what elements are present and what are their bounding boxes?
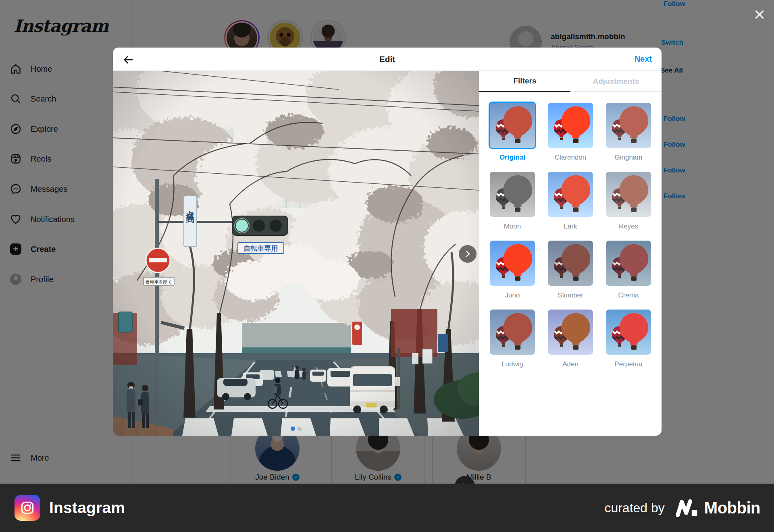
carousel-next-button[interactable] <box>459 245 476 263</box>
tab-filters[interactable]: Filters <box>479 71 570 92</box>
filter-thumbnail <box>605 102 652 149</box>
dialog-title: Edit <box>113 54 662 64</box>
filter-thumbnail <box>547 102 594 149</box>
filter-name: Juno <box>489 291 536 299</box>
filters-panel: Filters Adjustments <box>479 71 662 436</box>
filter-name: Reyes <box>605 222 652 231</box>
filter-name: Gingham <box>605 154 652 162</box>
edit-dialog-header: Edit Next <box>113 48 662 71</box>
carousel-dots <box>113 426 479 431</box>
filter-thumbnail <box>489 239 536 287</box>
tab-adjustments[interactable]: Adjustments <box>570 71 662 92</box>
filter-thumbnail <box>489 170 536 218</box>
filter-name: Crema <box>605 291 652 299</box>
footer-app-name: Instagram <box>49 499 125 517</box>
filter-thumbnail <box>489 308 536 356</box>
filter-option-5[interactable]: Reyes <box>605 170 652 231</box>
filter-name: Ludwig <box>489 360 536 368</box>
filter-option-11[interactable]: Perpetua <box>605 308 652 368</box>
filter-grid: Original Clarendon <box>479 92 662 368</box>
filter-thumbnail <box>605 170 652 218</box>
filter-thumbnail <box>547 308 594 356</box>
mobbin-m-icon <box>675 499 699 517</box>
filter-option-0[interactable]: Original <box>489 102 536 162</box>
photo-preview: 自転車専用 点滅式 自転車を除く <box>113 71 479 436</box>
filter-option-6[interactable]: Juno <box>489 239 536 299</box>
filter-option-9[interactable]: Ludwig <box>489 308 536 368</box>
filter-name: Perpetua <box>605 360 652 368</box>
filter-adjustment-tabs: Filters Adjustments <box>479 71 662 92</box>
filter-option-4[interactable]: Lark <box>547 170 594 231</box>
filter-option-7[interactable]: Slumber <box>547 239 594 299</box>
filter-thumbnail <box>605 308 652 356</box>
chevron-right-icon <box>464 250 472 258</box>
filter-option-8[interactable]: Crema <box>605 239 652 299</box>
filter-thumbnail <box>605 239 652 287</box>
cherry-blossom-street-photo: 自転車専用 点滅式 自転車を除く <box>113 71 479 436</box>
filter-option-1[interactable]: Clarendon <box>547 102 594 162</box>
close-button[interactable] <box>751 6 768 23</box>
instagram-create-edit-screen: Instagram Home Search Explore Reels Mess… <box>0 0 774 532</box>
filter-name: Moon <box>489 222 536 231</box>
filter-thumbnail <box>489 102 536 149</box>
filter-thumbnail <box>547 239 594 287</box>
curation-footer-bar: Instagram curated by Mobbin <box>0 484 774 532</box>
filter-option-2[interactable]: Gingham <box>605 102 652 162</box>
next-button[interactable]: Next <box>635 54 652 64</box>
instagram-app-icon <box>15 495 40 521</box>
filter-name: Aden <box>547 360 594 368</box>
filter-option-10[interactable]: Aden <box>547 308 594 368</box>
filter-name: Slumber <box>547 291 594 299</box>
carousel-dot[interactable] <box>298 427 302 431</box>
mobbin-logo: Mobbin <box>675 499 760 517</box>
close-icon <box>754 9 765 20</box>
mobbin-wordmark: Mobbin <box>704 499 760 517</box>
curated-by-text: curated by <box>604 501 664 515</box>
filter-option-3[interactable]: Moon <box>489 170 536 231</box>
carousel-dot-active[interactable] <box>291 426 295 431</box>
edit-dialog-body: 自転車専用 点滅式 自転車を除く <box>113 71 662 436</box>
filter-thumbnail <box>547 170 594 218</box>
filter-name: Original <box>489 154 536 162</box>
edit-dialog: Edit Next <box>113 48 662 436</box>
filter-name: Lark <box>547 222 594 231</box>
filter-name: Clarendon <box>547 154 594 162</box>
